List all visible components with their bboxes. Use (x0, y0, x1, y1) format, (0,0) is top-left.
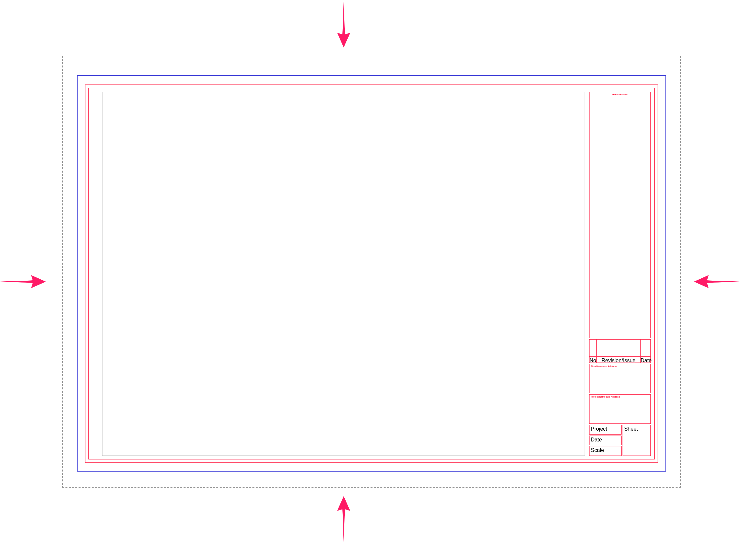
general-notes-block: General Notes (589, 92, 651, 338)
sheet-field-label: Sheet (624, 426, 638, 432)
general-notes-header: General Notes (589, 92, 650, 97)
revision-row-empty (589, 345, 650, 351)
drawing-area (102, 92, 585, 456)
revision-col-desc: Revision/Issue (597, 356, 641, 363)
sheet-field: Sheet (623, 425, 651, 456)
info-row: Project Date Scale Sheet (589, 425, 651, 456)
date-field: Date (589, 436, 622, 445)
arrow-left-icon (694, 272, 740, 291)
revision-row-empty (589, 340, 650, 345)
general-notes-body (589, 97, 650, 338)
project-field-label: Project (591, 426, 607, 432)
revision-col-no: No. (589, 356, 597, 363)
arrow-right-icon (0, 272, 46, 291)
revision-col-date: Date (641, 356, 650, 363)
date-field-label: Date (591, 437, 602, 442)
arrow-up-icon (334, 496, 354, 542)
revision-header-row: No. Revision/Issue Date (589, 356, 650, 363)
project-address-block: Project Name and Address (589, 394, 651, 424)
scale-field: Scale (589, 446, 622, 456)
revision-block: No. Revision/Issue Date (589, 339, 651, 363)
scale-field-label: Scale (591, 447, 604, 453)
info-left-column: Project Date Scale (589, 425, 622, 456)
project-address-label: Project Name and Address (591, 396, 620, 398)
arrow-down-icon (334, 2, 354, 48)
project-field: Project (589, 425, 622, 435)
revision-row-empty (589, 351, 650, 356)
firm-label: Firm Name and Address (591, 365, 617, 368)
firm-block: Firm Name and Address (589, 364, 651, 393)
title-block: General Notes No. Revision/Issue Date Fi… (589, 92, 651, 456)
